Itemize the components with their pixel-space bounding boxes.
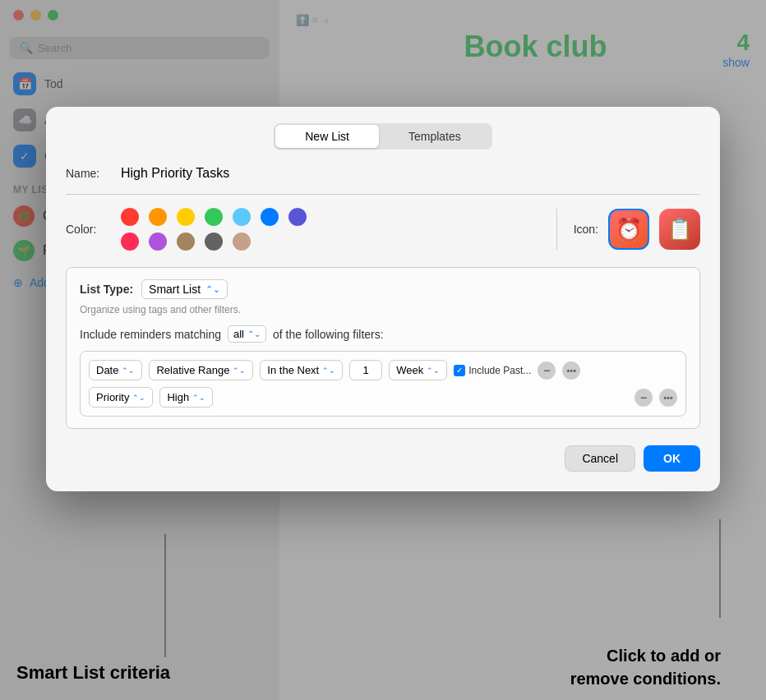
color-icon-row: Color: Icon: ⏰ bbox=[66, 208, 700, 251]
list-type-select[interactable]: Smart List ⌃⌄ bbox=[141, 279, 228, 299]
filter-value-input[interactable] bbox=[349, 360, 382, 380]
filter-rows-container: Date ⌃⌄ Relative Range ⌃⌄ In the Next ⌃⌄… bbox=[80, 351, 686, 417]
dialog-buttons: Cancel OK bbox=[66, 445, 700, 472]
new-smart-list-dialog: New List Templates Name: Color: bbox=[46, 107, 720, 491]
annotation-smart-list-criteria: Smart List criteria bbox=[16, 662, 170, 684]
filter-field-date[interactable]: Date ⌃⌄ bbox=[89, 360, 142, 380]
tab-new-list[interactable]: New List bbox=[275, 125, 379, 148]
color-pink[interactable] bbox=[121, 233, 139, 251]
filter-field-priority-chevron-icon: ⌃⌄ bbox=[132, 394, 145, 402]
name-label: Name: bbox=[66, 167, 111, 180]
color-violet[interactable] bbox=[149, 233, 167, 251]
filter-field-priority[interactable]: Priority ⌃⌄ bbox=[89, 387, 153, 408]
color-blue[interactable] bbox=[261, 208, 279, 226]
list-type-row: List Type: Smart List ⌃⌄ bbox=[80, 279, 686, 299]
color-yellow[interactable] bbox=[177, 208, 195, 226]
name-input[interactable] bbox=[121, 166, 700, 181]
filter-unit-chevron-icon: ⌃⌄ bbox=[427, 366, 440, 375]
color-purple[interactable] bbox=[288, 208, 307, 226]
icon-list[interactable]: 📋 bbox=[659, 209, 700, 250]
match-value: all bbox=[233, 328, 244, 340]
include-past-label: Include Past... bbox=[468, 365, 531, 376]
list-type-desc: Organize using tags and other filters. bbox=[80, 304, 686, 315]
annotation-click-to-add: Click to add or remove conditions. bbox=[570, 644, 721, 690]
filter-row-priority: Priority ⌃⌄ High ⌃⌄ − ••• bbox=[89, 387, 677, 408]
tab-templates[interactable]: Templates bbox=[379, 125, 491, 148]
filter-operator-relative-range[interactable]: Relative Range ⌃⌄ bbox=[149, 360, 253, 380]
name-row: Name: bbox=[66, 166, 700, 181]
filter-modifier-in-next[interactable]: In the Next ⌃⌄ bbox=[260, 360, 343, 380]
checkbox-icon: ✓ bbox=[454, 365, 465, 376]
filter-modifier-chevron-icon: ⌃⌄ bbox=[322, 366, 335, 375]
modal-overlay: New List Templates Name: Color: bbox=[0, 0, 766, 700]
dialog-tab-bar: New List Templates bbox=[66, 123, 700, 150]
cancel-button[interactable]: Cancel bbox=[565, 445, 635, 472]
color-tan[interactable] bbox=[233, 233, 251, 251]
filter-operator-high-chevron-icon: ⌃⌄ bbox=[192, 394, 205, 402]
tab-group: New List Templates bbox=[274, 123, 492, 150]
color-dark-gray[interactable] bbox=[205, 233, 223, 251]
filter-operator-chevron-icon: ⌃⌄ bbox=[233, 366, 246, 375]
filter-operator-high[interactable]: High ⌃⌄ bbox=[159, 387, 213, 408]
remove-filter-button-date[interactable]: − bbox=[538, 362, 556, 380]
annotation-click-text: Click to add or remove conditions. bbox=[570, 647, 721, 688]
ok-button[interactable]: OK bbox=[644, 445, 700, 472]
match-select[interactable]: all ⌃⌄ bbox=[228, 325, 266, 343]
filter-field-chevron-icon: ⌃⌄ bbox=[122, 366, 135, 375]
match-label-post: of the following filters: bbox=[273, 328, 384, 341]
color-red[interactable] bbox=[121, 208, 139, 226]
annotation-line-right bbox=[719, 519, 721, 618]
filter-unit-week[interactable]: Week ⌃⌄ bbox=[389, 360, 447, 380]
remove-filter-button-priority[interactable]: − bbox=[634, 389, 653, 407]
list-type-label: List Type: bbox=[80, 283, 133, 296]
include-past-checkbox[interactable]: ✓ Include Past... bbox=[454, 365, 531, 376]
annotation-line-left bbox=[164, 534, 166, 657]
more-filter-button-priority[interactable]: ••• bbox=[659, 389, 677, 407]
list-type-section: List Type: Smart List ⌃⌄ Organize using … bbox=[66, 267, 700, 429]
color-part: Color: bbox=[66, 208, 556, 251]
filter-field-priority-label: Priority bbox=[96, 391, 129, 403]
filter-operator-label: Relative Range bbox=[156, 364, 229, 376]
color-orange[interactable] bbox=[149, 208, 167, 226]
color-brown[interactable] bbox=[177, 233, 195, 251]
match-chevron-icon: ⌃⌄ bbox=[247, 329, 261, 338]
color-green[interactable] bbox=[205, 208, 223, 226]
filter-modifier-label: In the Next bbox=[267, 364, 319, 376]
filter-unit-label: Week bbox=[396, 364, 423, 376]
filter-row-date: Date ⌃⌄ Relative Range ⌃⌄ In the Next ⌃⌄… bbox=[89, 360, 677, 380]
more-filter-button-date[interactable]: ••• bbox=[562, 362, 580, 380]
filters-label-row: Include reminders matching all ⌃⌄ of the… bbox=[80, 325, 686, 343]
name-divider bbox=[66, 194, 700, 195]
chevron-updown-icon: ⌃⌄ bbox=[205, 284, 220, 295]
filter-field-date-label: Date bbox=[96, 364, 118, 376]
icon-label: Icon: bbox=[574, 223, 598, 236]
filter-operator-high-label: High bbox=[167, 391, 189, 403]
color-swatches bbox=[121, 208, 310, 251]
color-label: Color: bbox=[66, 223, 111, 236]
match-label-pre: Include reminders matching bbox=[80, 328, 221, 341]
icon-section: Icon: ⏰ 📋 bbox=[556, 209, 700, 250]
list-type-value: Smart List bbox=[149, 283, 201, 296]
color-light-blue[interactable] bbox=[233, 208, 251, 226]
icon-clock[interactable]: ⏰ bbox=[608, 209, 649, 250]
